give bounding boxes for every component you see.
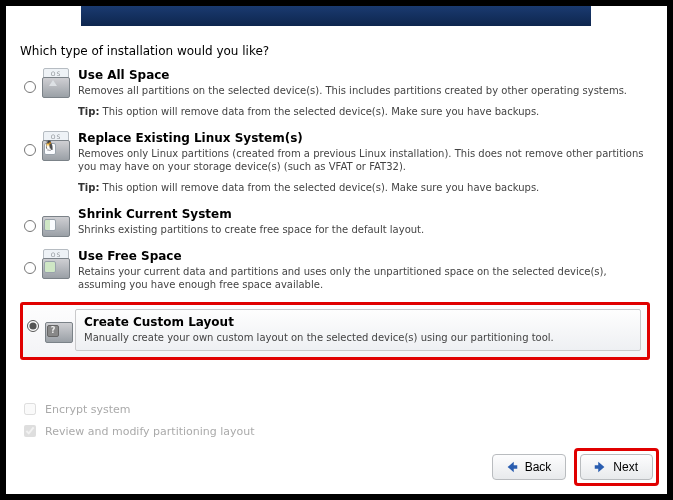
- radio-shrink[interactable]: [24, 220, 36, 232]
- radio-create-custom-layout[interactable]: [27, 320, 39, 332]
- back-button[interactable]: Back: [492, 454, 567, 480]
- option-create-custom-layout[interactable]: ? Create Custom Layout Manually create y…: [20, 302, 650, 361]
- nav-buttons: Back Next: [492, 448, 659, 486]
- option-title: Use All Space: [78, 68, 650, 82]
- disk-icon: OS: [38, 129, 72, 161]
- arrow-right-icon: [593, 460, 607, 474]
- option-desc: Removes only Linux partitions (created f…: [78, 147, 650, 174]
- options-checkboxes: Encrypt system Review and modify partiti…: [20, 400, 255, 444]
- encrypt-label: Encrypt system: [45, 403, 131, 416]
- disk-icon: [38, 205, 72, 237]
- arrow-left-icon: [505, 460, 519, 474]
- option-desc: Retains your current data and partitions…: [78, 265, 650, 292]
- title-bar: [81, 6, 591, 26]
- option-title: Replace Existing Linux System(s): [78, 131, 650, 145]
- option-use-all-space[interactable]: OS Use All Space Removes all partitions …: [20, 64, 650, 119]
- option-tip: Tip: This option will remove data from t…: [78, 106, 650, 117]
- disk-icon: ?: [41, 309, 75, 343]
- prompt-text: Which type of installation would you lik…: [20, 44, 269, 58]
- radio-use-free-space[interactable]: [24, 262, 36, 274]
- option-shrink[interactable]: Shrink Current System Shrinks existing p…: [20, 203, 650, 239]
- disk-icon: OS: [38, 66, 72, 98]
- install-options: OS Use All Space Removes all partitions …: [20, 64, 650, 360]
- option-replace-linux[interactable]: OS Replace Existing Linux System(s) Remo…: [20, 127, 650, 195]
- option-use-free-space[interactable]: OS Use Free Space Retains your current d…: [20, 245, 650, 294]
- option-title: Shrink Current System: [78, 207, 650, 221]
- installer-window: Which type of installation would you lik…: [6, 6, 667, 494]
- option-desc: Shrinks existing partitions to create fr…: [78, 223, 650, 237]
- review-layout-check[interactable]: Review and modify partitioning layout: [20, 422, 255, 440]
- radio-replace-linux[interactable]: [24, 144, 36, 156]
- checkbox-review[interactable]: [24, 425, 36, 437]
- next-button[interactable]: Next: [580, 454, 653, 480]
- checkbox-encrypt[interactable]: [24, 403, 36, 415]
- option-desc: Manually create your own custom layout o…: [84, 331, 632, 345]
- back-label: Back: [525, 460, 552, 474]
- option-title: Use Free Space: [78, 249, 650, 263]
- review-label: Review and modify partitioning layout: [45, 425, 255, 438]
- radio-use-all-space[interactable]: [24, 81, 36, 93]
- disk-icon: OS: [38, 247, 72, 279]
- next-label: Next: [613, 460, 638, 474]
- option-title: Create Custom Layout: [84, 315, 632, 329]
- option-tip: Tip: This option will remove data from t…: [78, 182, 650, 193]
- option-desc: Removes all partitions on the selected d…: [78, 84, 650, 98]
- encrypt-system-check[interactable]: Encrypt system: [20, 400, 255, 418]
